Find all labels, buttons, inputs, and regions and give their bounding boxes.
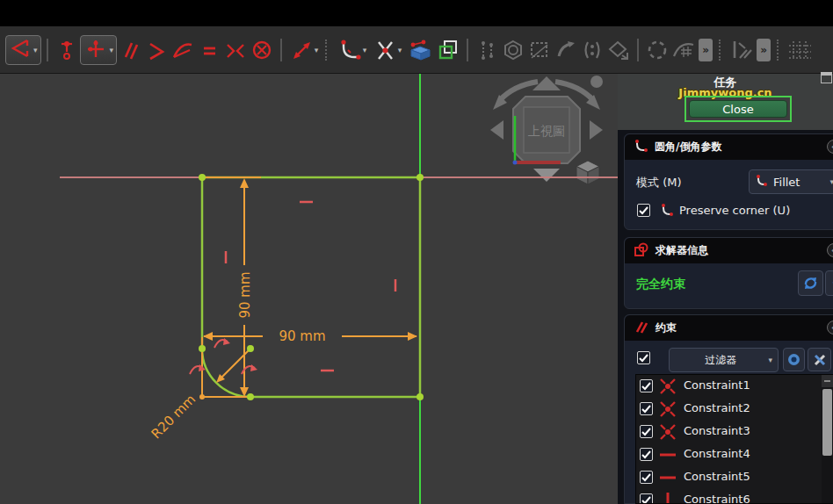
constraint-label[interactable]: Constraint2	[684, 401, 750, 414]
constraint-row[interactable]: Constraint5	[636, 466, 833, 489]
constraint-label[interactable]: Constraint4	[684, 447, 750, 460]
solver-options-dropdown[interactable]: ▾	[825, 270, 833, 296]
scrollbar-thumb[interactable]	[822, 389, 832, 456]
constraint-settings-button[interactable]	[808, 348, 831, 371]
fillet-icon	[660, 203, 674, 220]
carbon-copy[interactable]	[405, 37, 435, 63]
constrain-parallel[interactable]	[117, 37, 143, 63]
constraint-checkbox[interactable]	[640, 425, 653, 438]
bspline-curvature-comb[interactable]	[526, 37, 553, 63]
fillet-icon	[755, 174, 768, 190]
constraint-checkbox[interactable]	[640, 448, 653, 461]
close-button[interactable]: Close	[689, 100, 787, 118]
toolbar-overflow[interactable]: »	[699, 39, 713, 61]
constraint-row[interactable]: Constraint2	[636, 398, 833, 421]
constraints-card: 约束 « 过滤器 ▾ ▾	[624, 314, 833, 504]
fillet-mode-dropdown[interactable]: Fillet ▾	[749, 169, 833, 194]
toolbar-grip[interactable]	[719, 40, 724, 61]
navcube-right-arrow[interactable]	[590, 120, 603, 140]
constraints-visibility-checkbox[interactable]	[637, 351, 650, 364]
dim-vertical-label[interactable]: 90 mm	[237, 271, 253, 318]
constraint-checkbox[interactable]	[640, 379, 653, 392]
collapse-section-icon[interactable]: «	[827, 243, 833, 257]
task-panel-header: 任务 Jimmywong.cn Close	[618, 74, 833, 130]
navigation-cube[interactable]: 上視圖	[490, 76, 603, 184]
toolbar-separator	[47, 39, 48, 61]
constrain-symmetric[interactable]	[222, 37, 249, 63]
navcube-home-dot[interactable]	[590, 76, 603, 88]
constraint-label[interactable]: Constraint5	[684, 470, 750, 483]
solver-info-header[interactable]: 求解器信息 «	[625, 238, 833, 263]
freecad-window: ▾ ▾	[0, 0, 833, 504]
constrain-perpendicular[interactable]	[143, 37, 170, 63]
constrain-angle-dropdown[interactable]: ▾	[5, 35, 41, 65]
constrain-block[interactable]	[249, 37, 275, 63]
toolbar-separator	[637, 39, 639, 61]
constraint-row[interactable]: Constraint4	[636, 443, 833, 466]
grid-settings[interactable]	[786, 37, 813, 63]
constraints-icon	[634, 320, 648, 337]
constraint-checkbox[interactable]	[640, 493, 653, 504]
fillet-params-header[interactable]: 圆角/倒角参数 «	[625, 134, 833, 160]
collapse-section-icon[interactable]: «	[827, 140, 833, 154]
bspline-bend[interactable]	[553, 37, 579, 63]
collapse-section-icon[interactable]: «	[827, 320, 833, 335]
dimensions[interactable]	[202, 177, 416, 397]
preserve-corner-label: Preserve corner (U)	[679, 204, 790, 217]
constraints-scrollbar[interactable]	[822, 375, 833, 504]
constrain-point-on-object[interactable]	[54, 37, 80, 63]
solver-info-card: 求解器信息 « 完全约束 ▾	[624, 237, 833, 309]
view-section[interactable]	[435, 37, 461, 63]
fillet-dropdown[interactable]: ▾	[335, 37, 370, 63]
toolbar-grip[interactable]	[777, 40, 782, 61]
constrain-angle-icon	[9, 37, 32, 63]
preserve-corner-checkbox[interactable]	[637, 204, 650, 217]
constraint-label[interactable]: Constraint6	[684, 493, 750, 504]
chevron-down-icon: ▾	[363, 46, 367, 54]
bspline-degree[interactable]	[474, 37, 500, 63]
constraints-filter-dropdown[interactable]: 过滤器 ▾	[669, 348, 779, 372]
toolbar-grip[interactable]	[325, 40, 330, 61]
float-panel-icon[interactable]	[821, 72, 832, 83]
constrain-lock-dropdown[interactable]: ▾	[80, 35, 118, 65]
fillet-mode-value: Fillet	[773, 176, 800, 189]
constraint-row[interactable]: Constraint6	[636, 489, 833, 504]
knot-multiplicity[interactable]	[670, 37, 697, 63]
trim-dropdown[interactable]: ▾	[370, 37, 405, 63]
dim-horizontal-label[interactable]: 90 mm	[279, 328, 325, 344]
constraint-label[interactable]: Constraint1	[684, 378, 750, 392]
chevron-down-icon: ▾	[315, 46, 319, 54]
show-hide-constraints-button[interactable]	[783, 348, 805, 371]
constraint-checkbox[interactable]	[640, 402, 653, 415]
solver-refresh-button[interactable]	[798, 270, 823, 296]
navcube-down-arrow[interactable]	[533, 169, 560, 182]
constraint-row[interactable]: Constraint1	[636, 375, 833, 398]
scrollbar-top-button[interactable]	[822, 375, 833, 387]
navcube-corner-cube[interactable]	[576, 161, 599, 184]
3d-viewport[interactable]: 上視圖	[0, 74, 618, 504]
rendering-order[interactable]	[728, 37, 755, 63]
constraints-list[interactable]: Constraint1 Constraint2 Constraint3	[635, 374, 833, 504]
sketch-canvas[interactable]: 上視圖	[0, 74, 618, 504]
chevron-down-icon: ▾	[33, 46, 38, 54]
navcube-left-arrow[interactable]	[490, 120, 503, 140]
tangent-constraint-marks[interactable]	[190, 338, 257, 374]
bspline-control-polygon[interactable]	[500, 37, 526, 63]
constraint-row[interactable]: Constraint3	[636, 421, 833, 443]
toolbar-overflow-2[interactable]: »	[757, 39, 771, 61]
constrain-equal[interactable]	[196, 37, 222, 63]
constraint-label[interactable]: Constraint3	[684, 424, 750, 437]
dimension-dropdown[interactable]: ▾	[287, 37, 321, 63]
dim-radius-label[interactable]: R20 mm	[148, 392, 199, 443]
bspline-poles[interactable]	[579, 37, 605, 63]
orientation[interactable]	[605, 37, 632, 63]
constraint-checkbox[interactable]	[640, 471, 653, 484]
constrain-tangent[interactable]	[170, 37, 196, 63]
solver-status[interactable]: 完全约束	[636, 277, 685, 292]
mini-axis-origin	[513, 161, 518, 165]
fillet-params-card: 圆角/倒角参数 « 模式 (M) Fillet ▾ Preserve corne…	[624, 133, 833, 230]
constraints-header[interactable]: 约束 «	[625, 315, 833, 341]
constrain-lock-icon	[83, 36, 108, 64]
toolbar-separator	[280, 39, 282, 61]
bspline-periodic[interactable]	[644, 37, 670, 63]
